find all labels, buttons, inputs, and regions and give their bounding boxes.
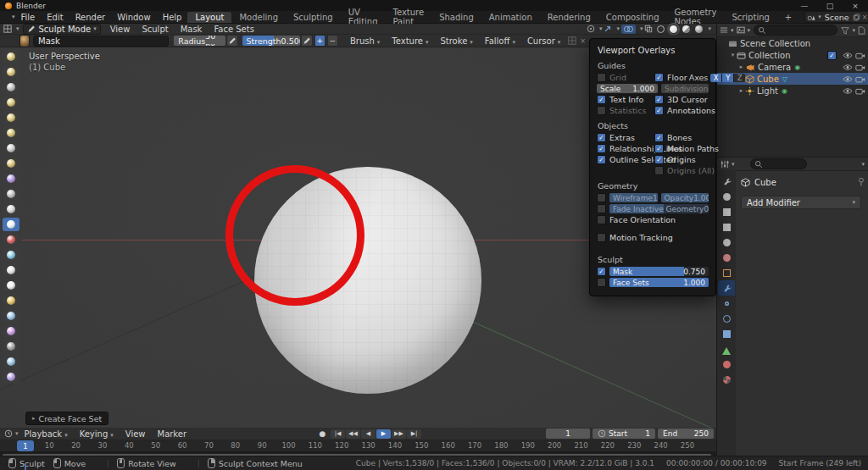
properties-tab-constraints[interactable] (718, 326, 735, 341)
sculpt-tool-draw[interactable] (3, 50, 19, 64)
auto-keying-toggle[interactable]: ● (315, 429, 330, 439)
properties-tab-texture[interactable] (718, 372, 735, 387)
pivot-point-icon[interactable] (587, 25, 595, 33)
checkbox-motion-paths[interactable]: ✓Motion Paths (654, 144, 719, 153)
add-modifier-button[interactable]: Add Modifier ▾ (741, 196, 861, 209)
properties-tab-object-data[interactable] (718, 341, 735, 357)
menu-file[interactable]: File (15, 13, 42, 22)
menu-window[interactable]: Window (111, 13, 156, 22)
viewport-menu-mask[interactable]: Mask (175, 25, 209, 34)
sculpt-tool-layer[interactable] (3, 111, 19, 124)
overlays-icon[interactable] (621, 25, 636, 34)
properties-tab-output[interactable] (718, 204, 735, 219)
tool-menu-falloff[interactable]: Falloff▾ (479, 36, 521, 46)
sculpt-tool-mask[interactable] (3, 218, 19, 231)
camera-visibility-icon[interactable] (855, 64, 865, 71)
xray-toggle-icon[interactable] (644, 25, 653, 33)
tool-menu-cursor[interactable]: Cursor▾ (521, 36, 566, 46)
brush-name-field[interactable]: Mask (33, 36, 169, 47)
timeline-menu-playback[interactable]: Playback▾ (19, 429, 74, 439)
workspace-tab-rendering[interactable]: Rendering (540, 12, 598, 23)
wireframe-slider[interactable]: Wireframe1.000 (609, 193, 658, 202)
mode-selector[interactable]: Sculpt Mode ▾ (23, 24, 101, 35)
checkbox-bones[interactable]: ✓Bones (654, 133, 692, 142)
workspace-tab-modeling[interactable]: Modeling (231, 12, 286, 23)
sculpt-tool-mesh-filter[interactable] (3, 294, 19, 307)
sculpt-tool-crease[interactable] (3, 157, 19, 170)
timeline-ruler[interactable]: 1 11020304050607080901001101201301401501… (0, 440, 716, 452)
sculpt-tool-elastic-deform[interactable] (3, 172, 19, 185)
current-frame-field[interactable]: 1 (546, 429, 590, 439)
sculpt-tool-snake-hook[interactable] (3, 187, 19, 201)
radius-slider[interactable]: Radius 50 px (174, 36, 225, 46)
properties-tab-object[interactable] (718, 265, 735, 280)
outliner-row-collection[interactable]: ▾Collection✓ (717, 49, 868, 61)
properties-tab-tool[interactable] (718, 174, 735, 189)
workspace-tab-animation[interactable]: Animation (481, 12, 540, 23)
brush-thumbnail[interactable] (19, 35, 30, 47)
tool-menu-texture[interactable]: Texture▾ (386, 36, 434, 46)
scene-selector[interactable]: ▾ Scene × (804, 11, 868, 23)
filter-icon[interactable] (841, 26, 849, 35)
subdivisions-slider[interactable]: Subdivisions10 (661, 84, 709, 93)
axis-toggle-x[interactable]: X (710, 74, 722, 82)
expander-icon[interactable]: ▸ (737, 87, 745, 94)
properties-tab-scene[interactable] (718, 235, 735, 250)
collection-checkbox[interactable]: ✓ (827, 51, 837, 60)
checkbox-origins[interactable]: ✓Origins (654, 155, 696, 164)
axis-toggle-z[interactable]: Z (734, 74, 745, 82)
sculpt-tool-inflate[interactable] (3, 126, 19, 140)
close-icon[interactable]: × (578, 37, 587, 45)
sculpt-tool-blob[interactable] (3, 141, 19, 155)
menu-help[interactable]: Help (157, 13, 188, 22)
axis-toggle-y[interactable]: Y (722, 74, 734, 82)
camera-visibility-icon[interactable] (855, 52, 865, 59)
checkbox-wireframe[interactable] (597, 193, 606, 202)
outliner-search-input[interactable] (754, 25, 837, 36)
unlink-scene-icon[interactable]: × (860, 14, 868, 21)
properties-tab-modifiers[interactable] (718, 280, 735, 296)
menu-edit[interactable]: Edit (41, 13, 69, 22)
grid-toggle-icon[interactable] (568, 36, 576, 45)
fade-inactive-slider[interactable]: Fade Inactive Geometry0.400 (609, 204, 709, 213)
expander-icon[interactable]: ▾ (729, 52, 737, 58)
sculpt-tool-simplify[interactable] (3, 248, 19, 262)
sculpt-tool-box-trim[interactable] (3, 279, 19, 292)
workspace-tab-scripting[interactable]: Scripting (724, 12, 776, 23)
workspace-tab-+[interactable]: + (777, 12, 799, 23)
display-mode-icon[interactable] (737, 26, 745, 34)
gizmos-icon[interactable] (604, 25, 612, 33)
sculpt-tool-annotate[interactable] (3, 370, 19, 384)
checkbox-motion-tracking[interactable]: Motion Tracking (597, 233, 673, 242)
outliner-row-camera[interactable]: ▸Camera◉ (717, 61, 868, 73)
scale-slider[interactable]: Scale1.000 (597, 84, 658, 93)
new-collection-icon[interactable] (858, 26, 865, 35)
sculpt-tool-color-filter[interactable] (3, 324, 19, 338)
tool-menu-brush[interactable]: Brush▾ (344, 36, 386, 46)
viewport-menu-view[interactable]: View (104, 25, 136, 34)
checkbox-extras[interactable]: ✓Extras (597, 133, 635, 142)
shading-material-icon[interactable] (682, 25, 691, 33)
timeline-menu-view[interactable]: View (120, 429, 152, 439)
checkbox-origins-all-[interactable]: Origins (All) (654, 166, 715, 175)
start-frame-field[interactable]: Start 1 (593, 429, 655, 439)
checkbox-statistics[interactable]: Statistics (597, 106, 646, 115)
viewport-menu-face-sets[interactable]: Face Sets (208, 25, 259, 34)
shading-solid-icon[interactable] (669, 25, 678, 33)
radius-pressure-icon[interactable] (226, 35, 237, 47)
face-sets-slider[interactable]: Face Sets1.000 (609, 278, 709, 287)
pin-icon[interactable] (858, 177, 865, 187)
shading-wireframe-icon[interactable] (656, 25, 665, 33)
eye-icon[interactable] (843, 87, 853, 95)
strength-slider[interactable]: Strength 0.500 (242, 36, 301, 46)
operator-panel[interactable]: ▸ Create Face Set (25, 412, 108, 425)
properties-tab-world[interactable] (718, 250, 735, 265)
checkbox-3d-cursor[interactable]: ✓3D Cursor (654, 95, 708, 104)
editor-type-icon[interactable] (720, 26, 728, 34)
next-keyframe-button[interactable]: ▶▶ (392, 429, 406, 439)
opacity-slider[interactable]: Opacity1.000 (661, 193, 709, 202)
jump-to-end-button[interactable]: ▶| (407, 429, 421, 439)
timeline-menu-keying[interactable]: Keying▾ (74, 429, 120, 439)
editor-type-icon[interactable] (721, 160, 729, 169)
sculpt-tool-move[interactable] (3, 355, 19, 368)
